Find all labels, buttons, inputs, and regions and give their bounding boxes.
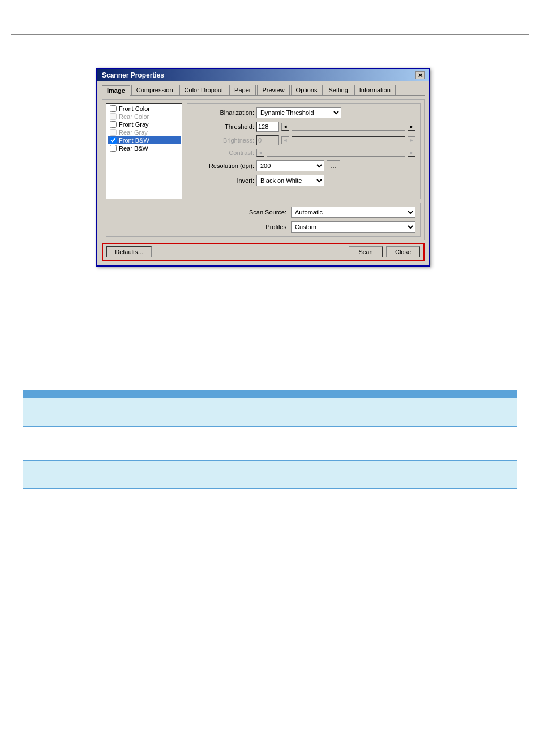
table-cell-name-1 bbox=[23, 398, 85, 427]
dialog-close-button[interactable]: ✕ bbox=[415, 71, 425, 79]
resolution-select[interactable]: 200 75 100 150 300 400 600 bbox=[256, 160, 324, 171]
brightness-row: Brightness: ◄ ► bbox=[192, 135, 415, 145]
scan-button[interactable]: Scan bbox=[349, 246, 383, 257]
table-row bbox=[23, 398, 517, 427]
rear-bw-checkbox[interactable] bbox=[110, 145, 117, 152]
invert-select[interactable]: Black on White White on Black bbox=[256, 175, 324, 186]
binarization-control: Dynamic Threshold Fixed Processing Halft… bbox=[256, 107, 415, 118]
tab-information[interactable]: Information bbox=[354, 85, 396, 95]
scanner-properties-dialog: Scanner Properties ✕ Image Compression C… bbox=[96, 68, 430, 267]
tab-compression[interactable]: Compression bbox=[131, 85, 178, 95]
top-divider bbox=[11, 34, 529, 35]
image-type-rear-color[interactable]: Rear Color bbox=[108, 113, 181, 121]
binarization-row: Binarization: Dynamic Threshold Fixed Pr… bbox=[192, 107, 415, 118]
tab-paper[interactable]: Paper bbox=[229, 85, 256, 95]
resolution-row: Resolution (dpi): 200 75 100 150 300 400… bbox=[192, 160, 415, 171]
tab-image[interactable]: Image bbox=[102, 85, 130, 96]
scan-source-select[interactable]: Automatic Flatbed ADF Front ADF Duplex bbox=[291, 207, 415, 218]
contrast-slider bbox=[267, 149, 405, 157]
brightness-input[interactable] bbox=[256, 135, 279, 145]
image-type-rear-bw[interactable]: Rear B&W bbox=[108, 144, 181, 152]
resolution-control: 200 75 100 150 300 400 600 ... bbox=[256, 160, 415, 171]
resolution-dots-button[interactable]: ... bbox=[327, 160, 340, 171]
top-panel: Front Color Rear Color Front Gray Rear G… bbox=[106, 103, 421, 199]
profiles-row: Profiles Custom Profile 1 Profile 2 bbox=[111, 221, 415, 233]
close-button[interactable]: Close bbox=[386, 246, 420, 257]
contrast-control: ◄ ► bbox=[256, 149, 415, 157]
threshold-control: ◄ ► bbox=[256, 122, 415, 132]
table-cell-name-2 bbox=[23, 427, 85, 461]
table-row bbox=[23, 461, 517, 489]
brightness-label: Brightness: bbox=[192, 137, 254, 144]
table-cell-desc-1 bbox=[85, 398, 517, 427]
dialog-title: Scanner Properties bbox=[102, 71, 164, 79]
image-type-front-color[interactable]: Front Color bbox=[108, 105, 181, 113]
footer-area: Defaults... Scan Close bbox=[102, 243, 425, 261]
brightness-slider bbox=[292, 136, 405, 144]
contrast-label: Contrast: bbox=[192, 149, 254, 156]
scan-source-row: Scan Source: Automatic Flatbed ADF Front… bbox=[111, 207, 415, 218]
invert-row: Invert: Black on White White on Black bbox=[192, 175, 415, 186]
threshold-left-btn[interactable]: ◄ bbox=[281, 123, 289, 131]
info-table bbox=[23, 390, 517, 489]
threshold-slider[interactable] bbox=[292, 123, 405, 131]
rear-gray-checkbox[interactable] bbox=[110, 129, 117, 136]
table-row bbox=[23, 427, 517, 461]
tab-color-dropout[interactable]: Color Dropout bbox=[179, 85, 228, 95]
threshold-input[interactable] bbox=[256, 122, 279, 132]
brightness-left-btn[interactable]: ◄ bbox=[281, 136, 289, 144]
image-type-front-gray[interactable]: Front Gray bbox=[108, 121, 181, 128]
table-cell-desc-2 bbox=[85, 427, 517, 461]
brightness-control: ◄ ► bbox=[256, 135, 415, 145]
rear-gray-label: Rear Gray bbox=[119, 129, 148, 136]
contrast-left-btn[interactable]: ◄ bbox=[256, 149, 264, 157]
settings-panel: Binarization: Dynamic Threshold Fixed Pr… bbox=[187, 103, 421, 199]
footer-right-buttons: Scan Close bbox=[349, 246, 420, 257]
tab-preview[interactable]: Preview bbox=[257, 85, 289, 95]
image-type-front-bw[interactable]: Front B&W bbox=[108, 136, 181, 144]
rear-bw-label: Rear B&W bbox=[119, 145, 148, 152]
rear-color-checkbox[interactable] bbox=[110, 113, 117, 120]
tab-bar: Image Compression Color Dropout Paper Pr… bbox=[102, 85, 425, 96]
invert-control: Black on White White on Black bbox=[256, 175, 415, 186]
tab-options[interactable]: Options bbox=[291, 85, 323, 95]
content-area: Front Color Rear Color Front Gray Rear G… bbox=[102, 99, 425, 240]
contrast-row: Contrast: ◄ ► bbox=[192, 149, 415, 157]
bottom-panel: Scan Source: Automatic Flatbed ADF Front… bbox=[106, 203, 421, 237]
brightness-right-btn[interactable]: ► bbox=[408, 136, 415, 144]
front-gray-checkbox[interactable] bbox=[110, 121, 117, 128]
dialog-body: Image Compression Color Dropout Paper Pr… bbox=[97, 81, 429, 265]
rear-color-label: Rear Color bbox=[119, 113, 149, 120]
tab-setting[interactable]: Setting bbox=[324, 85, 353, 95]
table-cell-name-3 bbox=[23, 461, 85, 489]
threshold-right-btn[interactable]: ► bbox=[408, 123, 415, 131]
front-bw-checkbox[interactable] bbox=[110, 137, 117, 144]
front-color-checkbox[interactable] bbox=[110, 105, 117, 112]
profiles-label: Profiles bbox=[235, 224, 286, 230]
front-color-label: Front Color bbox=[119, 105, 150, 112]
invert-label: Invert: bbox=[192, 177, 254, 184]
scan-source-label: Scan Source: bbox=[235, 209, 286, 216]
image-types-list: Front Color Rear Color Front Gray Rear G… bbox=[106, 103, 182, 199]
front-bw-label: Front B&W bbox=[119, 137, 149, 144]
dialog-titlebar: Scanner Properties ✕ bbox=[97, 69, 429, 81]
table-cell-desc-3 bbox=[85, 461, 517, 489]
front-gray-label: Front Gray bbox=[119, 121, 149, 128]
defaults-button[interactable]: Defaults... bbox=[106, 246, 152, 257]
table-header-col1 bbox=[23, 391, 85, 398]
threshold-label: Threshold: bbox=[192, 123, 254, 130]
image-type-rear-gray[interactable]: Rear Gray bbox=[108, 128, 181, 136]
threshold-row: Threshold: ◄ ► bbox=[192, 122, 415, 132]
table-header-col2 bbox=[85, 391, 517, 398]
binarization-label: Binarization: bbox=[192, 109, 254, 116]
resolution-label: Resolution (dpi): bbox=[192, 162, 254, 169]
contrast-right-btn[interactable]: ► bbox=[408, 149, 415, 157]
profiles-select[interactable]: Custom Profile 1 Profile 2 bbox=[291, 221, 415, 233]
binarization-select[interactable]: Dynamic Threshold Fixed Processing Halft… bbox=[256, 107, 341, 118]
